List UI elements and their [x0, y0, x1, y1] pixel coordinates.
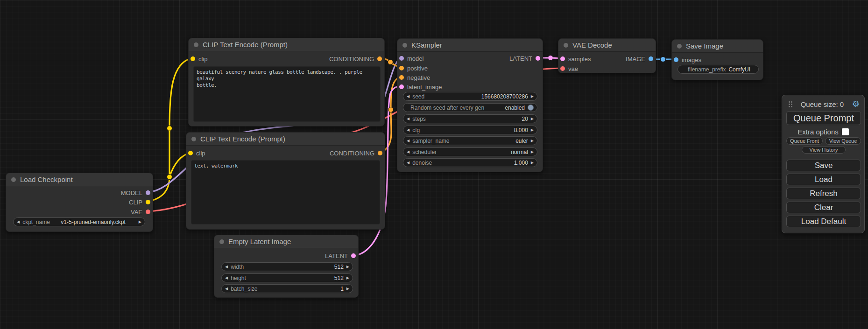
image-slot-icon[interactable]	[674, 57, 678, 62]
conditioning-slot-icon[interactable]	[378, 151, 382, 155]
collapse-dot-icon[interactable]	[402, 43, 407, 48]
load-default-button[interactable]: Load Default	[786, 216, 861, 227]
node-titlebar[interactable]: Load Checkpoint	[6, 173, 153, 186]
node-titlebar[interactable]: Save Image	[672, 40, 763, 53]
collapse-dot-icon[interactable]	[191, 137, 196, 141]
vae-slot-icon[interactable]	[560, 66, 565, 71]
prompt-textarea[interactable]: text, watermark	[191, 160, 380, 224]
node-save-image[interactable]: Save Image images filename_prefix ComfyU…	[671, 39, 763, 80]
node-empty-latent-image[interactable]: Empty Latent Image LATENT ◀ width 512 ▶ …	[214, 235, 359, 298]
decrement-arrow-icon[interactable]: ◀	[407, 128, 409, 132]
scheduler-widget[interactable]: ◀ scheduler normal ▶	[403, 147, 537, 156]
increment-arrow-icon[interactable]: ▶	[531, 139, 534, 143]
prompt-textarea[interactable]: beautiful scenery nature glass bottle la…	[193, 66, 381, 122]
clip-slot-icon[interactable]	[146, 200, 150, 204]
output-slot-image[interactable]: IMAGE	[626, 55, 653, 63]
node-clip-text-encode-negative[interactable]: CLIP Text Encode (Prompt) clip CONDITION…	[186, 132, 385, 230]
toggle-icon[interactable]	[528, 105, 534, 111]
seed-widget[interactable]: ◀ seed 156680208700286 ▶	[403, 92, 537, 101]
image-slot-icon[interactable]	[649, 56, 653, 61]
denoise-widget[interactable]: ◀ denoise 1.000 ▶	[403, 158, 537, 167]
conditioning-slot-icon[interactable]	[399, 75, 404, 80]
conditioning-slot-icon[interactable]	[377, 56, 382, 61]
reroute-dot-clip-upper[interactable]	[167, 126, 172, 131]
decrement-arrow-icon[interactable]: ◀	[407, 139, 409, 143]
input-slot-images[interactable]: images	[674, 56, 701, 63]
node-clip-text-encode-positive[interactable]: CLIP Text Encode (Prompt) clip CONDITION…	[188, 38, 385, 126]
decrement-arrow-icon[interactable]: ◀	[225, 265, 228, 269]
increment-arrow-icon[interactable]: ▶	[531, 150, 534, 154]
reroute-dot-positive[interactable]	[388, 60, 393, 65]
decrement-arrow-icon[interactable]: ◀	[407, 95, 409, 98]
node-load-checkpoint[interactable]: Load Checkpoint MODEL CLIP VAE ◀ ckpt_na…	[6, 173, 153, 232]
latent-slot-icon[interactable]	[560, 56, 565, 61]
node-ksampler[interactable]: KSampler model LATENT positive negative …	[397, 38, 543, 172]
view-history-button[interactable]: View History	[802, 146, 846, 154]
decrement-arrow-icon[interactable]: ◀	[225, 276, 228, 280]
cfg-widget[interactable]: ◀ cfg 8.000 ▶	[403, 126, 537, 134]
settings-gear-icon[interactable]: ⚙	[852, 100, 860, 108]
decrement-arrow-icon[interactable]: ◀	[407, 161, 409, 165]
increment-arrow-icon[interactable]: ▶	[531, 95, 534, 98]
collapse-dot-icon[interactable]	[11, 177, 16, 182]
output-slot-model[interactable]: MODEL	[121, 189, 150, 196]
node-titlebar[interactable]: VAE Decode	[558, 39, 656, 52]
random-seed-toggle-widget[interactable]: Random seed after every gen enabled	[403, 103, 537, 112]
view-queue-button[interactable]: View Queue	[825, 137, 861, 145]
conditioning-slot-icon[interactable]	[399, 66, 404, 70]
decrement-arrow-icon[interactable]: ◀	[17, 220, 20, 224]
decrement-arrow-icon[interactable]: ◀	[407, 150, 409, 154]
increment-arrow-icon[interactable]: ▶	[346, 276, 349, 280]
output-slot-vae[interactable]: VAE	[131, 208, 150, 216]
node-vae-decode[interactable]: VAE Decode samples IMAGE vae	[558, 38, 656, 73]
increment-arrow-icon[interactable]: ▶	[531, 128, 534, 132]
node-titlebar[interactable]: CLIP Text Encode (Prompt)	[189, 38, 384, 51]
output-slot-clip[interactable]: CLIP	[129, 198, 150, 206]
input-slot-latent-image[interactable]: latent_image	[399, 83, 442, 91]
input-slot-clip[interactable]: clip	[188, 149, 205, 157]
batch-size-widget[interactable]: ◀ batch_size 1 ▶	[221, 284, 353, 293]
collapse-dot-icon[interactable]	[219, 239, 224, 244]
filename-prefix-widget[interactable]: filename_prefix ComfyUI	[677, 65, 759, 74]
steps-widget[interactable]: ◀ steps 20 ▶	[403, 114, 537, 123]
clip-slot-icon[interactable]	[191, 56, 195, 61]
node-titlebar[interactable]: KSampler	[397, 39, 543, 52]
height-widget[interactable]: ◀ height 512 ▶	[221, 273, 353, 282]
queue-prompt-button[interactable]: Queue Prompt	[786, 111, 861, 125]
decrement-arrow-icon[interactable]: ◀	[407, 117, 409, 121]
input-slot-samples[interactable]: samples	[560, 55, 591, 63]
node-titlebar[interactable]: CLIP Text Encode (Prompt)	[186, 133, 385, 146]
collapse-dot-icon[interactable]	[194, 42, 198, 47]
output-slot-conditioning[interactable]: CONDITIONING	[330, 149, 382, 157]
refresh-button[interactable]: Refresh	[786, 188, 861, 199]
clip-slot-icon[interactable]	[188, 151, 193, 155]
queue-front-button[interactable]: Queue Front	[786, 137, 823, 145]
input-slot-vae[interactable]: vae	[560, 65, 578, 72]
output-slot-conditioning[interactable]: CONDITIONING	[329, 55, 382, 63]
vae-slot-icon[interactable]	[146, 210, 150, 214]
drag-handle-icon[interactable]	[788, 101, 792, 108]
save-button[interactable]: Save	[786, 160, 861, 171]
increment-arrow-icon[interactable]: ▶	[346, 265, 349, 269]
reroute-dot-image[interactable]	[661, 57, 666, 62]
increment-arrow-icon[interactable]: ▶	[531, 117, 534, 121]
clear-button[interactable]: Clear	[786, 202, 861, 213]
collapse-dot-icon[interactable]	[564, 43, 568, 48]
input-slot-clip[interactable]: clip	[191, 55, 208, 63]
output-slot-latent[interactable]: LATENT	[509, 55, 540, 62]
ckpt-name-widget[interactable]: ◀ ckpt_name v1-5-pruned-emaonly.ckpt ▶	[13, 217, 145, 226]
latent-slot-icon[interactable]	[351, 253, 356, 258]
output-slot-latent[interactable]: LATENT	[325, 252, 356, 259]
reroute-dot-negative[interactable]	[388, 107, 394, 112]
reroute-dot-latent[interactable]	[548, 56, 553, 61]
decrement-arrow-icon[interactable]: ◀	[225, 287, 228, 291]
input-slot-positive[interactable]: positive	[399, 64, 428, 72]
input-slot-negative[interactable]: negative	[399, 74, 430, 81]
model-slot-icon[interactable]	[146, 190, 150, 195]
increment-arrow-icon[interactable]: ▶	[139, 220, 141, 224]
width-widget[interactable]: ◀ width 512 ▶	[221, 262, 353, 271]
reroute-dot-clip-lower[interactable]	[167, 175, 172, 180]
model-slot-icon[interactable]	[399, 56, 404, 61]
input-slot-model[interactable]: model	[399, 55, 423, 62]
load-button[interactable]: Load	[786, 174, 861, 185]
